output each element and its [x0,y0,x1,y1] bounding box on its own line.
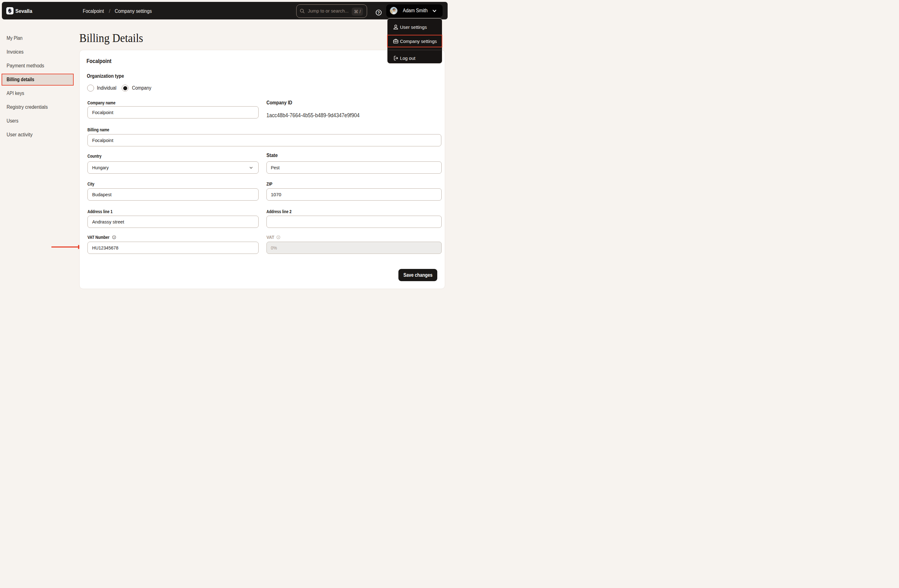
svg-text:?: ? [113,236,115,239]
svg-text:?: ? [278,236,279,239]
svg-text:?: ? [377,11,380,15]
